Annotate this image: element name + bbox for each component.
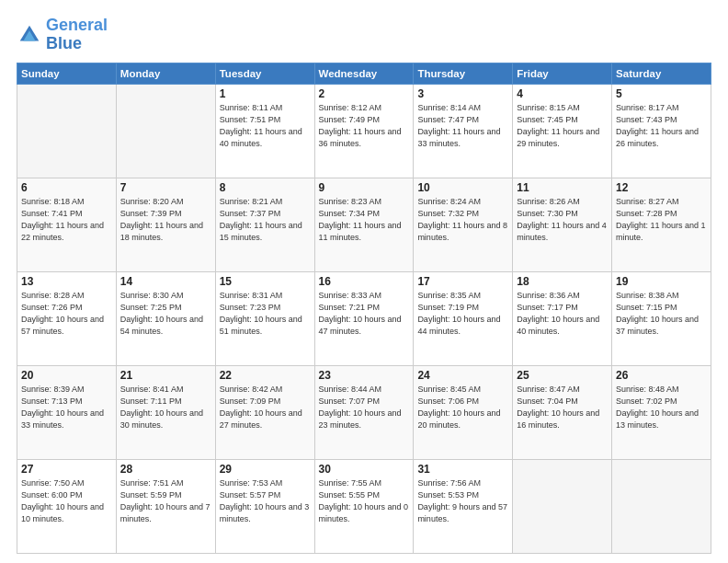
- day-number: 30: [319, 463, 410, 476]
- day-number: 9: [319, 181, 410, 194]
- day-number: 8: [220, 181, 311, 194]
- day-detail: Sunrise: 8:17 AMSunset: 7:43 PMDaylight:…: [616, 102, 707, 150]
- calendar-cell: 5Sunrise: 8:17 AMSunset: 7:43 PMDaylight…: [612, 84, 711, 178]
- calendar-cell: 4Sunrise: 8:15 AMSunset: 7:45 PMDaylight…: [513, 84, 612, 178]
- day-number: 18: [517, 275, 608, 288]
- calendar-cell: 23Sunrise: 8:44 AMSunset: 7:07 PMDayligh…: [314, 365, 414, 459]
- day-detail: Sunrise: 8:24 AMSunset: 7:32 PMDaylight:…: [417, 196, 508, 244]
- calendar-cell: 21Sunrise: 8:41 AMSunset: 7:11 PMDayligh…: [116, 365, 215, 459]
- calendar-cell: 8Sunrise: 8:21 AMSunset: 7:37 PMDaylight…: [215, 178, 314, 271]
- day-number: 2: [319, 87, 410, 100]
- logo-text: General Blue: [46, 17, 108, 53]
- calendar-cell: 9Sunrise: 8:23 AMSunset: 7:34 PMDaylight…: [314, 178, 414, 271]
- weekday-header: Saturday: [612, 63, 711, 84]
- calendar-cell: 18Sunrise: 8:36 AMSunset: 7:17 PMDayligh…: [513, 271, 612, 365]
- day-detail: Sunrise: 7:51 AMSunset: 5:59 PMDaylight:…: [120, 477, 211, 525]
- day-detail: Sunrise: 8:35 AMSunset: 7:19 PMDaylight:…: [417, 290, 508, 338]
- day-number: 21: [120, 369, 211, 382]
- calendar-cell: 30Sunrise: 7:55 AMSunset: 5:55 PMDayligh…: [314, 459, 414, 553]
- day-number: 16: [319, 275, 410, 288]
- calendar-cell: 16Sunrise: 8:33 AMSunset: 7:21 PMDayligh…: [314, 271, 414, 365]
- day-number: 12: [616, 181, 707, 194]
- calendar-week-row: 1Sunrise: 8:11 AMSunset: 7:51 PMDaylight…: [17, 84, 711, 178]
- day-number: 29: [220, 463, 311, 476]
- calendar-week-row: 6Sunrise: 8:18 AMSunset: 7:41 PMDaylight…: [17, 178, 711, 271]
- calendar-week-row: 27Sunrise: 7:50 AMSunset: 6:00 PMDayligh…: [17, 459, 711, 553]
- calendar-cell: 1Sunrise: 8:11 AMSunset: 7:51 PMDaylight…: [215, 84, 314, 178]
- day-detail: Sunrise: 8:12 AMSunset: 7:49 PMDaylight:…: [319, 102, 410, 150]
- weekday-header: Wednesday: [314, 63, 414, 84]
- day-detail: Sunrise: 8:14 AMSunset: 7:47 PMDaylight:…: [417, 102, 508, 150]
- calendar-cell: 17Sunrise: 8:35 AMSunset: 7:19 PMDayligh…: [414, 271, 513, 365]
- day-number: 14: [120, 275, 211, 288]
- day-number: 10: [417, 181, 508, 194]
- day-number: 26: [616, 369, 707, 382]
- day-detail: Sunrise: 8:15 AMSunset: 7:45 PMDaylight:…: [517, 102, 608, 150]
- day-number: 22: [220, 369, 311, 382]
- day-number: 25: [517, 369, 608, 382]
- calendar-header-row: SundayMondayTuesdayWednesdayThursdayFrid…: [17, 63, 711, 84]
- day-detail: Sunrise: 8:23 AMSunset: 7:34 PMDaylight:…: [319, 196, 410, 244]
- calendar-cell: 14Sunrise: 8:30 AMSunset: 7:25 PMDayligh…: [116, 271, 215, 365]
- day-detail: Sunrise: 8:44 AMSunset: 7:07 PMDaylight:…: [319, 384, 410, 431]
- calendar-cell: 22Sunrise: 8:42 AMSunset: 7:09 PMDayligh…: [215, 365, 314, 459]
- calendar-cell: 31Sunrise: 7:56 AMSunset: 5:53 PMDayligh…: [414, 459, 513, 553]
- day-detail: Sunrise: 8:31 AMSunset: 7:23 PMDaylight:…: [220, 290, 311, 338]
- day-detail: Sunrise: 8:30 AMSunset: 7:25 PMDaylight:…: [120, 290, 211, 338]
- weekday-header: Sunday: [17, 63, 117, 84]
- calendar-cell: 15Sunrise: 8:31 AMSunset: 7:23 PMDayligh…: [215, 271, 314, 365]
- logo: General Blue: [17, 17, 108, 53]
- calendar-cell: 13Sunrise: 8:28 AMSunset: 7:26 PMDayligh…: [17, 271, 117, 365]
- day-number: 31: [417, 463, 508, 476]
- day-number: 17: [417, 275, 508, 288]
- weekday-header: Thursday: [414, 63, 513, 84]
- header: General Blue: [17, 17, 711, 53]
- day-detail: Sunrise: 8:27 AMSunset: 7:28 PMDaylight:…: [616, 196, 707, 244]
- calendar-cell: [17, 84, 117, 178]
- day-number: 23: [319, 369, 410, 382]
- day-number: 15: [220, 275, 311, 288]
- calendar-cell: 12Sunrise: 8:27 AMSunset: 7:28 PMDayligh…: [612, 178, 711, 271]
- day-detail: Sunrise: 8:28 AMSunset: 7:26 PMDaylight:…: [21, 290, 112, 338]
- calendar-cell: 7Sunrise: 8:20 AMSunset: 7:39 PMDaylight…: [116, 178, 215, 271]
- calendar-table: SundayMondayTuesdayWednesdayThursdayFrid…: [17, 63, 711, 554]
- day-detail: Sunrise: 8:42 AMSunset: 7:09 PMDaylight:…: [220, 384, 311, 431]
- day-detail: Sunrise: 8:33 AMSunset: 7:21 PMDaylight:…: [319, 290, 410, 338]
- page: General Blue SundayMondayTuesdayWednesda…: [0, 0, 728, 563]
- calendar-cell: 19Sunrise: 8:38 AMSunset: 7:15 PMDayligh…: [612, 271, 711, 365]
- weekday-header: Tuesday: [215, 63, 314, 84]
- day-number: 24: [417, 369, 508, 382]
- day-detail: Sunrise: 8:38 AMSunset: 7:15 PMDaylight:…: [616, 290, 707, 338]
- day-detail: Sunrise: 7:55 AMSunset: 5:55 PMDaylight:…: [319, 477, 410, 525]
- day-number: 27: [21, 463, 112, 476]
- day-detail: Sunrise: 8:48 AMSunset: 7:02 PMDaylight:…: [616, 384, 707, 431]
- calendar-cell: 25Sunrise: 8:47 AMSunset: 7:04 PMDayligh…: [513, 365, 612, 459]
- day-number: 20: [21, 369, 112, 382]
- calendar-cell: 10Sunrise: 8:24 AMSunset: 7:32 PMDayligh…: [414, 178, 513, 271]
- calendar-cell: 3Sunrise: 8:14 AMSunset: 7:47 PMDaylight…: [414, 84, 513, 178]
- calendar-cell: 11Sunrise: 8:26 AMSunset: 7:30 PMDayligh…: [513, 178, 612, 271]
- calendar-cell: [513, 459, 612, 553]
- day-detail: Sunrise: 8:39 AMSunset: 7:13 PMDaylight:…: [21, 384, 112, 431]
- day-detail: Sunrise: 8:18 AMSunset: 7:41 PMDaylight:…: [21, 196, 112, 244]
- calendar-cell: [116, 84, 215, 178]
- calendar-cell: 28Sunrise: 7:51 AMSunset: 5:59 PMDayligh…: [116, 459, 215, 553]
- calendar-cell: [612, 459, 711, 553]
- day-detail: Sunrise: 8:26 AMSunset: 7:30 PMDaylight:…: [517, 196, 608, 244]
- calendar-cell: 20Sunrise: 8:39 AMSunset: 7:13 PMDayligh…: [17, 365, 117, 459]
- logo-icon: [17, 22, 42, 48]
- day-detail: Sunrise: 8:20 AMSunset: 7:39 PMDaylight:…: [120, 196, 211, 244]
- day-number: 3: [417, 87, 508, 100]
- day-detail: Sunrise: 7:50 AMSunset: 6:00 PMDaylight:…: [21, 477, 112, 525]
- day-detail: Sunrise: 8:47 AMSunset: 7:04 PMDaylight:…: [517, 384, 608, 431]
- day-number: 13: [21, 275, 112, 288]
- day-number: 5: [616, 87, 707, 100]
- day-detail: Sunrise: 8:45 AMSunset: 7:06 PMDaylight:…: [417, 384, 508, 431]
- day-detail: Sunrise: 8:36 AMSunset: 7:17 PMDaylight:…: [517, 290, 608, 338]
- calendar-cell: 2Sunrise: 8:12 AMSunset: 7:49 PMDaylight…: [314, 84, 414, 178]
- calendar-cell: 6Sunrise: 8:18 AMSunset: 7:41 PMDaylight…: [17, 178, 117, 271]
- calendar-cell: 27Sunrise: 7:50 AMSunset: 6:00 PMDayligh…: [17, 459, 117, 553]
- day-detail: Sunrise: 8:21 AMSunset: 7:37 PMDaylight:…: [220, 196, 311, 244]
- day-detail: Sunrise: 7:53 AMSunset: 5:57 PMDaylight:…: [220, 477, 311, 525]
- day-number: 11: [517, 181, 608, 194]
